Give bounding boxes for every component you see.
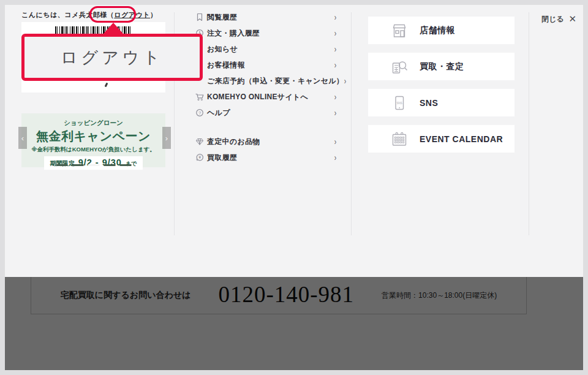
banner-note: ※金利手数料はKOMEHYOが負担いたします。 [31, 146, 155, 154]
chevron-right-icon: › [334, 137, 337, 146]
menu-item-online-site[interactable]: KOMEHYO ONLINEサイトへ › [184, 89, 338, 105]
menu-item-label: お知らせ [207, 44, 238, 55]
menu-item-order-history[interactable]: 注文・購入履歴 › [184, 25, 338, 41]
chevron-right-icon: › [344, 77, 347, 85]
menu-item-label: KOMEHYO ONLINEサイトへ [207, 92, 308, 102]
carousel-prev-button[interactable]: ‹ [18, 127, 27, 149]
chevron-right-icon: › [334, 153, 337, 162]
modal-backdrop[interactable] [5, 277, 583, 370]
chevron-right-icon: › [334, 13, 337, 21]
quick-link-store-info[interactable]: 店舗情報 [368, 17, 514, 44]
menu-item-label: 査定中のお品物 [207, 137, 260, 147]
carousel-dot[interactable] [104, 164, 115, 166]
menu-secondary-group: 査定中のお品物 › ¥ 買取履歴 › [184, 134, 338, 165]
quick-link-sns[interactable]: SNS SNS [368, 89, 514, 116]
menu-primary-group: 閲覧履歴 › 注文・購入履歴 › お知らせ › お客様情報 › ご [184, 9, 338, 121]
carousel-dot[interactable] [72, 164, 83, 166]
buyback-icon: ¥ [195, 153, 205, 162]
menu-item-browsing-history[interactable]: 閲覧履歴 › [184, 9, 338, 25]
chevron-left-icon: ‹ [21, 134, 24, 143]
svg-text:SNS: SNS [396, 101, 402, 104]
menu-item-store-reservation[interactable]: ご来店予約（申込・変更・キャンセル） › [184, 73, 338, 89]
account-mega-menu: こんにちは、コメ兵太郎様（ログアウト） ログアウト ショッピングローン 無金利キ… [5, 5, 583, 277]
chevron-right-icon: › [334, 108, 337, 117]
paren-close: ） [150, 11, 157, 18]
column-divider [351, 12, 352, 235]
sns-icon: SNS [390, 94, 409, 112]
menu-item-customer-info[interactable]: お客様情報 › [184, 57, 338, 73]
screen: こんにちは、コメ兵太郎様（ログアウト） ログアウト ショッピングローン 無金利キ… [0, 0, 588, 375]
carousel-next-button[interactable]: › [162, 127, 171, 149]
carousel-dot[interactable] [56, 164, 67, 166]
svg-text:¥: ¥ [198, 155, 201, 159]
user-greeting: こんにちは、コメ兵太郎様（ログアウト） [21, 10, 157, 20]
banner-period: 期間限定 9/2 - 9/30 まで [44, 156, 143, 170]
menu-item-label: 注文・購入履歴 [207, 28, 260, 39]
chevron-right-icon: › [165, 134, 168, 143]
bookmark-icon [195, 12, 205, 22]
column-divider [529, 12, 529, 235]
appraisal-icon [390, 58, 409, 76]
callout-arrow-up [103, 23, 124, 34]
greeting-text: こんにちは、コメ兵太郎様 [21, 11, 107, 18]
logout-callout-annotation: ログアウト [21, 34, 203, 81]
quick-link-label: EVENT CALENDAR [420, 134, 503, 144]
menu-item-help[interactable]: ? ヘルプ › [184, 105, 338, 121]
chevron-right-icon: › [334, 93, 337, 101]
chevron-right-icon: › [334, 45, 337, 53]
chevron-right-icon: › [334, 61, 337, 69]
close-label: 閉じる [541, 14, 564, 25]
quick-link-label: SNS [420, 98, 438, 108]
menu-item-label: ご来店予約（申込・変更・キャンセル） [207, 76, 344, 86]
menu-item-buyback-history[interactable]: ¥ 買取履歴 › [184, 150, 338, 165]
quick-link-event-calendar[interactable]: EVENT CALENDAR [368, 125, 514, 153]
help-icon: ? [195, 108, 205, 118]
logout-link[interactable]: ログアウト [114, 11, 150, 18]
carousel-dot[interactable] [119, 164, 131, 166]
banner-subtitle: ショッピングローン [64, 119, 123, 127]
carousel-indicator [56, 164, 131, 166]
menu-item-label: お客様情報 [207, 60, 245, 70]
gem-icon [195, 137, 205, 146]
close-icon: ✕ [569, 13, 577, 25]
menu-item-label: 閲覧履歴 [207, 12, 237, 23]
store-icon [390, 21, 409, 40]
quick-link-label: 店舗情報 [420, 25, 455, 36]
menu-item-label: 買取履歴 [207, 153, 237, 163]
chevron-right-icon: › [334, 29, 337, 37]
campaign-banner[interactable]: ショッピングローン 無金利キャンペーン ※金利手数料はKOMEHYOが負担いたし… [21, 113, 165, 167]
menu-item-news[interactable]: お知らせ › [184, 41, 338, 57]
banner-title: 無金利キャンペーン [36, 128, 151, 145]
close-menu-button[interactable]: 閉じる ✕ [541, 13, 576, 25]
page-content-dimmed: 宅配買取に関するお問い合わせは 0120-140-981 営業時間：10:30～… [5, 277, 583, 370]
logout-callout-label: ログアウト [61, 47, 164, 69]
period-prefix: 期間限定 [50, 159, 75, 168]
quick-link-label: 買取・査定 [420, 61, 464, 72]
svg-text:?: ? [198, 110, 201, 116]
calendar-icon [390, 130, 409, 148]
menu-item-label: ヘルプ [207, 108, 230, 118]
paren-open: （ [107, 11, 115, 18]
cart-icon [195, 92, 205, 102]
quick-link-appraisal[interactable]: 買取・査定 [368, 53, 514, 80]
menu-item-items-under-appraisal[interactable]: 査定中のお品物 › [184, 134, 338, 150]
page: こんにちは、コメ兵太郎様（ログアウト） ログアウト ショッピングローン 無金利キ… [5, 5, 583, 370]
carousel-dot-active[interactable] [88, 164, 99, 166]
